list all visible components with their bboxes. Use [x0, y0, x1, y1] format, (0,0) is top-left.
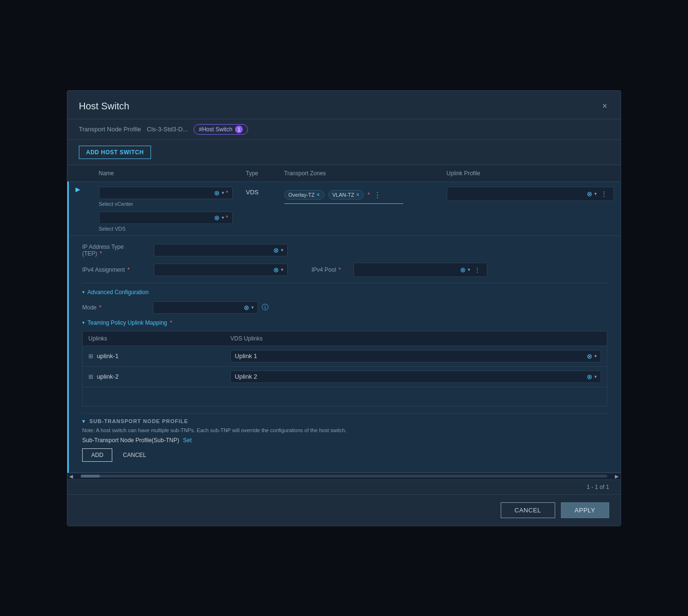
ipv4-pool-input[interactable]: VTEP-IP-Pool-1886: [358, 266, 458, 273]
ipv4-pool-clear-icon[interactable]: ⊗: [460, 266, 466, 274]
table-row: ▶ vcenter ⊗ ▾ * Select vCenter: [68, 181, 621, 235]
vcenter-clear-icon[interactable]: ⊗: [214, 189, 220, 197]
uplink-profile-menu-icon[interactable]: ⋮: [599, 189, 610, 199]
close-button[interactable]: ×: [600, 99, 609, 113]
vcenter-input[interactable]: vcenter: [103, 189, 212, 196]
scroll-thumb: [81, 475, 100, 478]
vds-clear-icon[interactable]: ⊗: [214, 214, 220, 222]
ipv4-assignment-input[interactable]: Use IPv4 Pool: [158, 266, 271, 273]
breadcrumb: Transport Node Profile Cls-3-Std3-D... #…: [67, 119, 621, 140]
name-cell: vcenter ⊗ ▾ * Select vCenter Cls-3-Std3-…: [92, 181, 239, 235]
modal-header: Host Switch ×: [67, 91, 621, 119]
ip-address-type-input[interactable]: IPv4: [158, 246, 271, 254]
vcenter-chevron-icon[interactable]: ▾: [222, 190, 224, 195]
uplink-1-vds-cell: ⊗ ▾: [225, 346, 607, 366]
teaming-required: *: [170, 319, 172, 326]
vcenter-sub-label: Select vCenter: [99, 201, 233, 207]
ipv4-assign-clear-icon[interactable]: ⊗: [273, 266, 279, 274]
tz-overlay-clear-icon[interactable]: ×: [317, 191, 320, 198]
ip-required: *: [100, 250, 102, 257]
vds-input-group: Cls-3-Std3-DB-DSwitch ⊗ ▾ *: [99, 212, 233, 224]
uplink-empty-row: [83, 387, 607, 406]
advanced-config-toggle[interactable]: ▾ Advanced Configuration: [82, 289, 607, 296]
row-expand-cell[interactable]: ▶: [68, 181, 92, 235]
add-button[interactable]: ADD: [82, 448, 112, 462]
vcenter-input-group: vcenter ⊗ ▾ *: [99, 187, 233, 199]
col-header-type: Type: [239, 165, 278, 182]
ipv4-pool-menu-icon[interactable]: ⋮: [472, 265, 483, 275]
ipv4-assignment-row: IPv4 Assignment * Use IPv4 Pool ⊗ ▾: [82, 263, 607, 277]
ipv4-assign-chevron-icon[interactable]: ▾: [281, 267, 283, 272]
uplink-1-label: uplink-1: [97, 352, 119, 360]
ipv4-pool-row: IPv4 Pool * VTEP-IP-Pool-1886 ⊗ ▾ ⋮: [312, 263, 487, 277]
tz-overlay-label: Overlay-TZ: [289, 192, 315, 198]
type-label: VDS: [246, 189, 259, 196]
ipv4-pool-label: IPv4 Pool *: [312, 266, 350, 273]
cancel-inner-button[interactable]: CANCEL: [118, 448, 151, 462]
scroll-right-arrow[interactable]: ▶: [615, 474, 619, 479]
col-header-uplink-profile: Uplink Profile: [440, 165, 621, 182]
tz-chip-overlay: Overlay-TZ ×: [284, 190, 324, 200]
vds-uplinks-col-header: VDS Uplinks: [225, 331, 607, 346]
tz-required: *: [367, 191, 370, 198]
table-container: Name Type Transport Zones Uplink Profile…: [67, 165, 621, 473]
host-switch-modal: Host Switch × Transport Node Profile Cls…: [67, 90, 621, 526]
host-switch-badge[interactable]: #Host Switch 1: [194, 124, 248, 135]
uplink-profile-input[interactable]: Cls-3-Std3-DB-oci-w01hp-consolid...: [451, 191, 585, 197]
modal-title: Host Switch: [79, 101, 129, 112]
content-panel: IP Address Type (TEP) * IPv4 ⊗ ▾: [75, 240, 614, 468]
sub-transport-section: ▾ SUB-TRANSPORT NODE PROFILE Note: A hos…: [82, 413, 607, 444]
vcenter-required: *: [226, 190, 228, 196]
sub-transport-profile-row: Sub-Transport Node Profile(Sub-TNP) Set: [82, 437, 607, 444]
horizontal-scrollbar[interactable]: ◀ ▶: [67, 473, 621, 479]
sub-transport-profile-label: Sub-Transport Node Profile(Sub-TNP): [82, 437, 179, 444]
sub-transport-chevron-icon[interactable]: ▾: [82, 418, 86, 425]
uplink-2-vds-chevron-icon[interactable]: ▾: [594, 374, 597, 379]
footer-cancel-button[interactable]: CANCEL: [501, 502, 555, 518]
breadcrumb-item2: Cls-3-Std3-D...: [147, 126, 188, 133]
badge-count: 1: [235, 126, 243, 133]
uplink-profile-chevron-icon[interactable]: ▾: [594, 191, 597, 196]
uplink-1-vds-input-group: ⊗ ▾: [230, 350, 601, 362]
expanded-content-cell: IP Address Type (TEP) * IPv4 ⊗ ▾: [68, 235, 621, 472]
ipv4-pool-chevron-icon[interactable]: ▾: [468, 267, 470, 272]
uplink-2-vds-input[interactable]: [235, 373, 585, 380]
action-buttons: ADD CANCEL: [82, 448, 607, 462]
uplink-2-vds-clear-icon[interactable]: ⊗: [587, 373, 592, 381]
tz-vlan-clear-icon[interactable]: ×: [356, 191, 359, 198]
col-header-name: Name: [92, 165, 239, 182]
add-host-switch-button[interactable]: ADD HOST SWITCH: [79, 146, 151, 159]
uplink-row-2: ⊞ uplink-2 ⊗ ▾: [83, 366, 607, 387]
breadcrumb-item1: Transport Node Profile: [79, 126, 141, 133]
uplink-1-vds-clear-icon[interactable]: ⊗: [587, 352, 592, 360]
ipv4-assignment-label: IPv4 Assignment *: [82, 266, 149, 273]
ipv4-pool-required: *: [339, 266, 341, 273]
ip-type-chevron-icon[interactable]: ▾: [281, 247, 283, 253]
mode-input[interactable]: Standard: [157, 304, 242, 311]
ip-type-clear-icon[interactable]: ⊗: [273, 246, 279, 254]
sub-transport-title: SUB-TRANSPORT NODE PROFILE: [89, 418, 188, 424]
uplink-1-icon: ⊞: [88, 353, 93, 360]
teaming-policy-toggle[interactable]: ▾ Teaming Policy Uplink Mapping *: [82, 319, 607, 326]
mode-info-icon[interactable]: ⓘ: [262, 303, 269, 312]
teaming-policy-label: Teaming Policy Uplink Mapping: [87, 319, 167, 326]
sub-transport-note: Note: A host switch can have multiple su…: [82, 427, 607, 433]
mode-chevron-icon[interactable]: ▾: [251, 305, 254, 310]
vds-chevron-icon[interactable]: ▾: [222, 215, 224, 220]
footer-apply-button[interactable]: APPLY: [561, 502, 609, 518]
modal-footer: CANCEL APPLY: [67, 494, 621, 526]
type-cell: VDS: [239, 181, 278, 235]
uplink-1-vds-chevron-icon[interactable]: ▾: [594, 353, 597, 359]
badge-label: #Host Switch: [199, 126, 232, 133]
mode-clear-icon[interactable]: ⊗: [244, 304, 249, 311]
vds-input[interactable]: Cls-3-Std3-DB-DSwitch: [103, 214, 212, 221]
scroll-left-arrow[interactable]: ◀: [69, 474, 73, 479]
toolbar: ADD HOST SWITCH: [67, 140, 621, 165]
sub-transport-set-link[interactable]: Set: [183, 437, 192, 444]
ip-address-type-input-group: IPv4 ⊗ ▾: [154, 244, 288, 256]
pagination-text: 1 - 1 of 1: [587, 484, 609, 490]
uplink-profile-clear-icon[interactable]: ⊗: [587, 190, 592, 198]
tz-menu-icon[interactable]: ⋮: [372, 190, 384, 201]
uplink-table: Uplinks VDS Uplinks ⊞ uplin: [82, 331, 607, 406]
uplink-1-vds-input[interactable]: [235, 352, 585, 360]
